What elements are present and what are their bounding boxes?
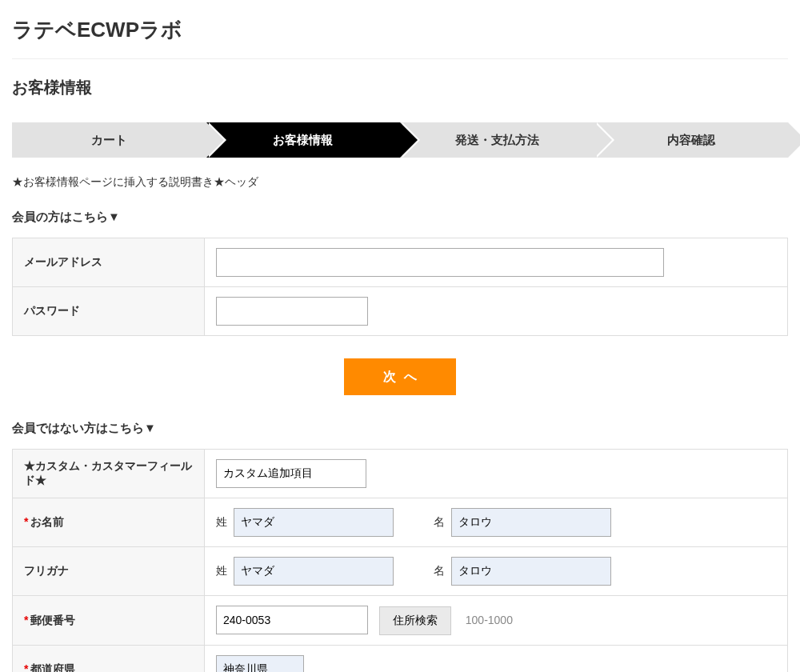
- site-title: ラテベECWPラボ: [12, 0, 788, 59]
- kana-label: フリガナ: [13, 547, 205, 596]
- pref-label-cell: *都道府県: [13, 646, 205, 673]
- custom-field-label: ★カスタム・カスタマーフィールド★: [13, 450, 205, 498]
- kana-sei-label: 姓: [216, 564, 227, 578]
- zip-label-cell: *郵便番号: [13, 596, 205, 646]
- name-label: お名前: [30, 515, 64, 528]
- kana-sei-input[interactable]: [234, 557, 394, 586]
- guest-heading: 会員ではない方はこちら▼: [12, 421, 788, 436]
- name-mei-input[interactable]: [451, 508, 611, 537]
- progress-step-confirm: 内容確認: [594, 122, 789, 158]
- required-mark: *: [24, 614, 28, 626]
- required-mark: *: [24, 515, 28, 528]
- next-button[interactable]: 次へ: [344, 358, 456, 395]
- kana-mei-input[interactable]: [451, 557, 611, 586]
- zip-input[interactable]: [216, 606, 368, 634]
- email-input[interactable]: [216, 248, 664, 277]
- email-label: メールアドレス: [13, 238, 205, 287]
- sei-label: 姓: [216, 515, 227, 530]
- password-input[interactable]: [216, 297, 368, 326]
- progress-step-cart: カート: [12, 122, 206, 158]
- mei-label: 名: [434, 515, 445, 530]
- custom-field-input[interactable]: [216, 459, 366, 488]
- pref-label: 都道府県: [30, 662, 75, 672]
- header-note: ★お客様情報ページに挿入する説明書き★ヘッダ: [12, 175, 788, 190]
- name-sei-input[interactable]: [234, 508, 394, 537]
- zip-hint: 100-1000: [466, 614, 513, 626]
- pref-input[interactable]: [216, 655, 304, 672]
- zip-label: 郵便番号: [30, 614, 75, 626]
- progress-step-customer: お客様情報: [206, 122, 401, 158]
- zip-search-button[interactable]: 住所検索: [379, 606, 451, 635]
- member-heading: 会員の方はこちら▼: [12, 210, 788, 225]
- guest-form-table: ★カスタム・カスタマーフィールド★ *お名前 姓 名: [12, 449, 788, 672]
- name-label-cell: *お名前: [13, 498, 205, 547]
- progress-bar: カート お客様情報 発送・支払方法 内容確認: [12, 122, 788, 158]
- member-login-table: メールアドレス パスワード: [12, 238, 788, 336]
- password-label: パスワード: [13, 287, 205, 336]
- required-mark: *: [24, 662, 28, 672]
- progress-step-shipping: 発送・支払方法: [400, 122, 594, 158]
- kana-mei-label: 名: [434, 564, 445, 578]
- page-title: お客様情報: [12, 77, 788, 98]
